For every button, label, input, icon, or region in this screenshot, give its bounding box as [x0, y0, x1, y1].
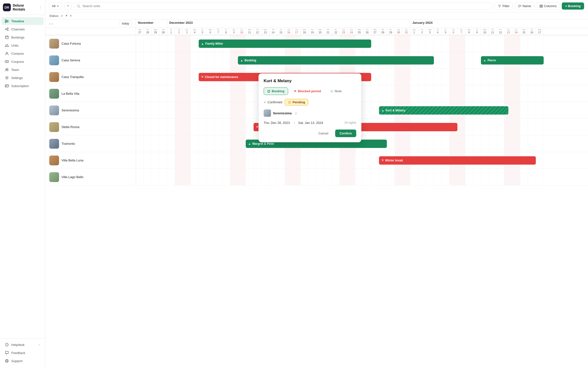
next-month-button[interactable]: › — [52, 22, 53, 26]
columns-button[interactable]: Columns — [536, 2, 560, 10]
bar-icon: ▲ — [483, 59, 486, 62]
status-clear-icon[interactable]: ✕ — [69, 14, 72, 18]
day-bg-cell — [504, 69, 512, 85]
toolbar-actions: Filter Name Columns + Booking — [495, 2, 584, 10]
day-bg-cell — [199, 169, 207, 185]
app-menu-icon[interactable]: ⋮ — [39, 6, 42, 9]
day-bg-cell — [512, 102, 520, 118]
svg-line-8 — [6, 29, 7, 30]
day-bg-cell — [207, 85, 214, 102]
booking-popup[interactable]: Kurt & Melany Booking ✕ Blocked period — [258, 73, 361, 142]
sidebar-item-channels[interactable]: Channels — [1, 25, 44, 33]
booking-bar[interactable]: ▲Kurt & Melany — [379, 106, 508, 115]
unit-thumbnail — [49, 105, 59, 115]
day-bg-cell — [512, 135, 520, 152]
sidebar-item-units[interactable]: Units — [1, 41, 44, 49]
sidebar-item-bookings[interactable]: Bookings — [1, 33, 44, 41]
new-booking-button[interactable]: + Booking — [562, 2, 584, 10]
main-content: All + Filter — [45, 0, 588, 368]
unit-info: Casa Fortuna — [45, 35, 136, 52]
day-bg-cell — [379, 69, 387, 85]
sidebar-item-subscription[interactable]: Subscription — [1, 82, 44, 90]
day-bg-cell — [340, 169, 348, 185]
day-bg-cell — [481, 119, 489, 135]
day-bg-cell — [183, 69, 191, 85]
bar-label: Winter break — [385, 159, 403, 162]
popup-tab-booking[interactable]: Booking — [264, 87, 288, 95]
day-bg-cell — [387, 69, 395, 85]
timeline-row: Villa Lago Bello — [45, 169, 588, 185]
day-bg-cell — [214, 135, 222, 152]
cancel-button[interactable]: Cancel — [314, 130, 333, 137]
sidebar-item-helpdesk[interactable]: ? Helpdesk ↗ — [1, 341, 44, 349]
today-button[interactable]: today — [119, 21, 132, 26]
day-bg-cell — [528, 119, 536, 135]
booking-bar[interactable]: ▲Family Miller — [199, 39, 371, 48]
day-bg-cell — [434, 85, 442, 102]
status-check-icon[interactable]: ✓ — [61, 14, 63, 18]
sidebar-item-settings[interactable]: Settings — [1, 74, 44, 82]
confirmed-status: ✓ Confirmed — [264, 100, 282, 104]
popup-actions: Cancel Confirm — [264, 130, 356, 137]
svg-line-34 — [79, 7, 80, 8]
pending-status-button[interactable]: Pending — [285, 99, 308, 105]
day-bg-cell — [497, 119, 504, 135]
day-bg-cell — [167, 102, 175, 118]
day-header-cell: We3 — [426, 28, 434, 35]
svg-rect-1 — [5, 21, 9, 22]
day-bg-cell — [261, 152, 269, 169]
day-bg-cell — [136, 135, 144, 152]
day-bg-cell — [324, 152, 332, 169]
sidebar-item-timeline[interactable]: Timeline — [1, 17, 44, 25]
unit-info: Stella Rossa — [45, 119, 136, 135]
search-input[interactable] — [82, 4, 489, 8]
day-bg-cell — [457, 169, 465, 185]
booking-bar[interactable]: ▲Pierre — [481, 56, 544, 65]
booking-bar[interactable]: ▲Booking — [238, 56, 434, 65]
day-bg-cell — [199, 52, 207, 68]
popup-tab-blocked[interactable]: ✕ Blocked period — [290, 87, 325, 95]
day-bg-cell — [528, 35, 536, 52]
unit-options-icon[interactable]: ◇ — [295, 111, 297, 115]
day-bg-cell — [152, 169, 159, 185]
day-bg-cell — [457, 119, 465, 135]
svg-rect-22 — [5, 85, 9, 87]
timeline-container[interactable]: ‹ › today November December 2023 January… — [45, 19, 588, 368]
day-bg-cell — [230, 119, 238, 135]
day-bg-cell — [207, 152, 214, 169]
day-bg-cell — [191, 119, 199, 135]
sidebar-item-team[interactable]: Team — [1, 66, 44, 74]
sidebar-item-coupons[interactable]: Coupons — [1, 58, 44, 66]
day-bg-cell — [183, 119, 191, 135]
day-header-cell: Th30 — [159, 28, 167, 35]
day-bg-cell — [222, 52, 230, 68]
svg-point-19 — [6, 69, 7, 70]
booking-bar[interactable]: ✕Winter break — [379, 156, 536, 165]
popup-tab-note[interactable]: Note — [327, 87, 345, 95]
day-bg-cell — [465, 35, 473, 52]
sidebar-item-feedback[interactable]: Feedback — [1, 349, 44, 357]
day-header-cell: Th28 — [379, 28, 387, 35]
day-bg-cell — [183, 152, 191, 169]
day-bg-cell — [136, 85, 144, 102]
status-down-icon[interactable]: ▼ — [65, 14, 68, 17]
prev-month-button[interactable]: ‹ — [49, 22, 50, 26]
day-bg-cell — [144, 35, 152, 52]
confirm-button[interactable]: Confirm — [335, 130, 356, 137]
all-dropdown[interactable]: All — [49, 3, 62, 9]
day-header-cell: We20 — [316, 28, 324, 35]
day-bg-cell — [426, 169, 434, 185]
day-bg-cell — [214, 102, 222, 118]
day-header-cell: Su3 — [183, 28, 191, 35]
sidebar-item-support[interactable]: Support — [1, 357, 44, 365]
day-bg-cell — [332, 152, 340, 169]
add-view-button[interactable]: + — [64, 3, 71, 10]
name-button[interactable]: Name — [515, 2, 534, 10]
filter-button[interactable]: Filter — [495, 2, 513, 10]
day-bg-cell — [246, 119, 254, 135]
day-bg-cell — [520, 69, 528, 85]
unit-info: La Bella Vita — [45, 85, 136, 102]
sidebar-item-contacts[interactable]: Contacts — [1, 50, 44, 57]
day-bg-cell — [434, 35, 442, 52]
day-header-cell: Tu19 — [308, 28, 316, 35]
